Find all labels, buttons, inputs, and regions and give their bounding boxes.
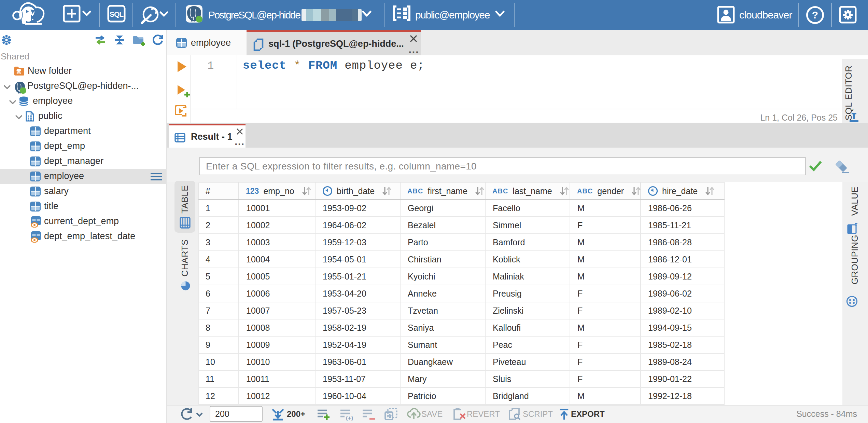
svg-text:(+): (+)	[346, 415, 353, 421]
svg-text:?: ?	[812, 9, 818, 21]
svg-text:SQL: SQL	[110, 10, 124, 18]
